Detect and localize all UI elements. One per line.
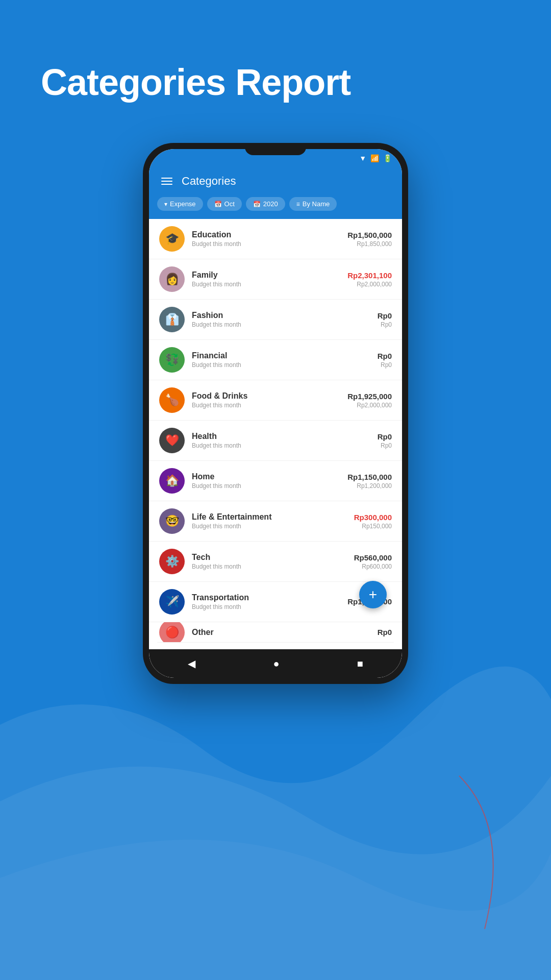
category-spent: Rp0 (378, 628, 392, 636)
list-item[interactable]: 🤓 Life & Entertainment Budget this month… (149, 501, 402, 542)
filter-month[interactable]: 📅 Oct (207, 197, 242, 211)
category-spent: Rp1,925,000 (347, 392, 392, 401)
calendar-icon-2: 📅 (253, 201, 261, 208)
category-spent: Rp0 (378, 432, 392, 441)
header-title: Categories (182, 175, 236, 188)
category-name: Financial (192, 351, 370, 360)
plus-icon: + (369, 586, 377, 603)
budget-label: Budget this month (192, 603, 340, 610)
back-button[interactable]: ◀ (188, 657, 195, 670)
filter-bar: ▾ Expense 📅 Oct 📅 2020 ≡ By Name (149, 197, 402, 219)
category-amounts: Rp0 Rp0 (378, 432, 392, 449)
category-info-financial: Financial Budget this month (192, 351, 370, 369)
list-item[interactable]: ❤️ Health Budget this month Rp0 Rp0 (149, 421, 402, 461)
filter-type[interactable]: ▾ Expense (157, 197, 203, 211)
list-item[interactable]: 🏠 Home Budget this month Rp1,150,000 Rp1… (149, 461, 402, 501)
list-item[interactable]: 👔 Fashion Budget this month Rp0 Rp0 (149, 300, 402, 340)
category-amounts: Rp0 Rp0 (378, 352, 392, 369)
category-info-health: Health Budget this month (192, 432, 370, 449)
category-name: Food & Drinks (192, 391, 340, 401)
category-name: Transportation (192, 593, 340, 602)
filter-sort-label: By Name (303, 200, 330, 208)
dropdown-icon: ▾ (164, 201, 167, 208)
budget-label: Budget this month (192, 402, 340, 409)
budget-label: Budget this month (192, 482, 340, 489)
category-name: Fashion (192, 311, 370, 320)
category-amounts: Rp1,500,000 Rp1,850,000 (347, 231, 392, 248)
phone-screen: ▼ 📶 🔋 Categories ▾ Expense 📅 Oct (149, 149, 402, 678)
category-info-food: Food & Drinks Budget this month (192, 391, 340, 409)
category-icon-education: 🎓 (159, 226, 185, 252)
category-amounts: Rp0 Rp0 (378, 311, 392, 328)
list-item[interactable]: 👩 Family Budget this month Rp2,301,100 R… (149, 259, 402, 300)
category-budget: Rp1,850,000 (347, 240, 392, 248)
category-icon-other: 🔴 (159, 622, 185, 643)
budget-label: Budget this month (192, 523, 347, 530)
bottom-navigation: ◀ ● ■ (149, 649, 402, 678)
category-info-family: Family Budget this month (192, 271, 340, 288)
category-icon-family: 👩 (159, 266, 185, 292)
budget-label: Budget this month (192, 442, 370, 449)
category-spent: Rp2,301,100 (347, 271, 392, 280)
budget-label: Budget this month (192, 321, 370, 328)
list-item[interactable]: 💱 Financial Budget this month Rp0 Rp0 (149, 340, 402, 380)
category-info-tech: Tech Budget this month (192, 553, 347, 570)
category-info-fashion: Fashion Budget this month (192, 311, 370, 328)
category-icon-fashion: 👔 (159, 307, 185, 332)
category-amounts: Rp300,000 Rp150,000 (354, 513, 392, 530)
category-amounts: Rp2,301,100 Rp2,000,000 (347, 271, 392, 288)
category-info-home: Home Budget this month (192, 472, 340, 489)
category-name: Family (192, 271, 340, 280)
category-name: Tech (192, 553, 347, 562)
category-amounts: Rp1,925,000 Rp2,000,000 (347, 392, 392, 409)
category-name: Home (192, 472, 340, 481)
wifi-icon: ▼ (359, 154, 366, 162)
list-item[interactable]: ⚙️ Tech Budget this month Rp560,000 Rp60… (149, 542, 402, 582)
signal-icon: 📶 (370, 154, 379, 162)
category-spent: Rp0 (378, 352, 392, 360)
category-budget: Rp0 (378, 361, 392, 369)
list-item[interactable]: 🔴 Other Rp0 (149, 622, 402, 643)
notch (245, 143, 306, 155)
category-list: 🎓 Education Budget this month Rp1,500,00… (149, 219, 402, 649)
filter-year[interactable]: 📅 2020 (246, 197, 285, 211)
category-info-education: Education Budget this month (192, 230, 340, 248)
category-budget: Rp150,000 (354, 523, 392, 530)
category-icon-health: ❤️ (159, 428, 185, 453)
filter-sort[interactable]: ≡ By Name (289, 197, 337, 211)
category-icon-financial: 💱 (159, 347, 185, 373)
budget-label: Budget this month (192, 240, 340, 248)
category-icon-entertainment: 🤓 (159, 508, 185, 534)
category-name: Education (192, 230, 340, 239)
category-budget: Rp2,000,000 (347, 402, 392, 409)
category-budget: Rp0 (378, 321, 392, 328)
budget-label: Budget this month (192, 563, 347, 570)
category-spent: Rp560,000 (354, 553, 392, 562)
category-info-transport: Transportation Budget this month (192, 593, 340, 610)
category-icon-food: 🍗 (159, 387, 185, 413)
category-spent: Rp1,150,000 (347, 473, 392, 481)
category-spent: Rp300,000 (354, 513, 392, 522)
recents-button[interactable]: ■ (357, 658, 363, 670)
category-icon-home: 🏠 (159, 468, 185, 494)
category-name: Life & Entertainment (192, 512, 347, 522)
home-button[interactable]: ● (273, 658, 279, 670)
category-budget: Rp1,200,000 (347, 482, 392, 489)
page-title: Categories Report (41, 61, 350, 103)
category-name: Health (192, 432, 370, 441)
sort-icon: ≡ (296, 201, 300, 208)
category-info-entertainment: Life & Entertainment Budget this month (192, 512, 347, 530)
calendar-icon: 📅 (214, 201, 222, 208)
category-amounts: Rp560,000 Rp600,000 (354, 553, 392, 570)
list-item[interactable]: 🎓 Education Budget this month Rp1,500,00… (149, 219, 402, 259)
fab-add-button[interactable]: + (359, 581, 387, 608)
category-spent: Rp0 (378, 311, 392, 320)
budget-label: Budget this month (192, 281, 340, 288)
category-spent: Rp1,500,000 (347, 231, 392, 239)
category-amounts: Rp1,150,000 Rp1,200,000 (347, 473, 392, 489)
category-amounts: Rp0 (378, 628, 392, 636)
menu-icon[interactable] (161, 178, 172, 185)
filter-year-label: 2020 (263, 200, 278, 208)
phone-frame: ▼ 📶 🔋 Categories ▾ Expense 📅 Oct (143, 143, 408, 684)
list-item[interactable]: 🍗 Food & Drinks Budget this month Rp1,92… (149, 380, 402, 421)
